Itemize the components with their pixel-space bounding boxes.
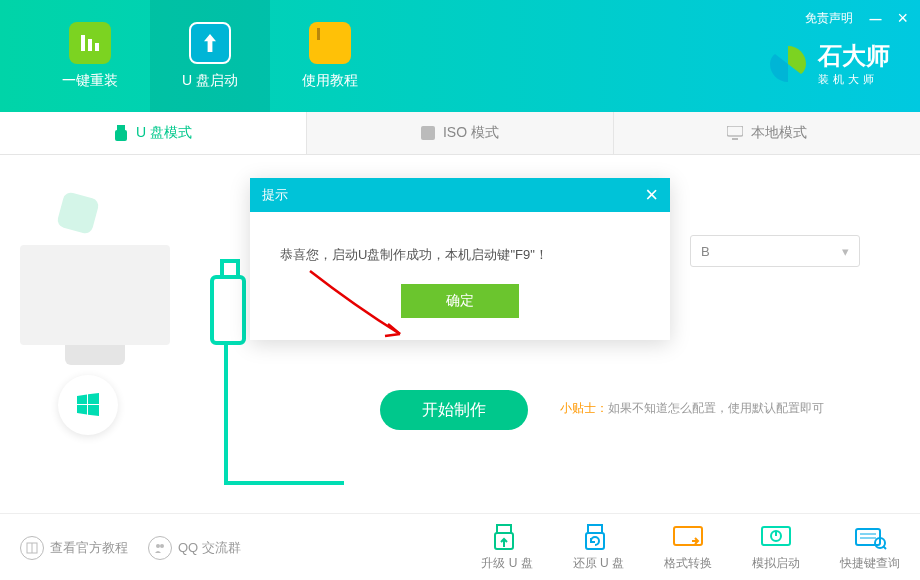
modal-message: 恭喜您，启动U盘制作成功，本机启动键"F9"！ [250,212,670,284]
modal-close-button[interactable]: × [645,182,658,208]
modal-ok-button[interactable]: 确定 [401,284,519,318]
modal-overlay: 提示 × 恭喜您，启动U盘制作成功，本机启动键"F9"！ 确定 [0,0,920,580]
modal-header: 提示 × [250,178,670,212]
success-modal: 提示 × 恭喜您，启动U盘制作成功，本机启动键"F9"！ 确定 [250,178,670,340]
modal-title: 提示 [262,186,288,204]
